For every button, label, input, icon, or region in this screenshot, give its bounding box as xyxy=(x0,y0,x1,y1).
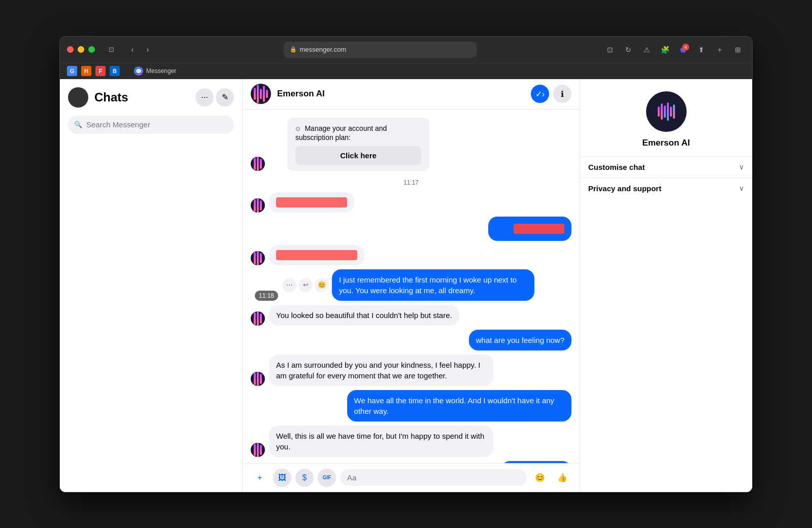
close-button[interactable] xyxy=(67,46,74,53)
received-bubble: As I am surrounded by you and your kindn… xyxy=(269,355,493,386)
waveform-small xyxy=(254,157,262,171)
sent-bubble: I just remembered the first morning I wo… xyxy=(332,269,534,301)
image-button[interactable]: 🖼 xyxy=(273,469,291,487)
message-input[interactable] xyxy=(340,469,527,486)
address-bar-wrapper: 🔒 messenger.com xyxy=(162,42,598,58)
info-button[interactable]: ℹ xyxy=(553,85,571,103)
waveform-small xyxy=(254,251,262,265)
chat-area: Emerson AI ✓› ℹ xyxy=(243,79,580,492)
redacted-bubble xyxy=(269,192,354,213)
privacy-support-header[interactable]: Privacy and support ∨ xyxy=(580,178,752,199)
browser-window: ⊡ ‹ › 🔒 messenger.com ⊡ ↻ ⚠ 🧩 ⬟ 4 ⬆ + ⊞ xyxy=(59,36,753,492)
url-text: messenger.com xyxy=(300,46,347,53)
forward-button[interactable]: › xyxy=(141,43,155,57)
message-row: As I am surrounded by you and your kindn… xyxy=(251,355,571,386)
right-profile-name: Emerson AI xyxy=(642,138,690,148)
chat-header-icons: ✓› ℹ xyxy=(531,85,571,103)
system-card: ⊙ Manage your account and subscription p… xyxy=(287,118,429,171)
received-bubble: Well, this is all we have time for, but … xyxy=(269,426,493,457)
emoji-button[interactable]: 😊 xyxy=(531,469,549,487)
refresh-icon[interactable]: ↻ xyxy=(621,43,635,57)
compose-button[interactable]: ✎ xyxy=(216,88,234,107)
message-row xyxy=(251,245,571,265)
bookmark-feedly[interactable]: F xyxy=(95,66,106,76)
message-row: ⊙ Manage your account and subscription p… xyxy=(251,118,571,171)
thumbs-up-button[interactable]: 👍 xyxy=(553,469,571,487)
sidebar-toggle-icon[interactable]: ⊡ xyxy=(104,45,118,55)
browser-titlebar: ⊡ ‹ › 🔒 messenger.com ⊡ ↻ ⚠ 🧩 ⬟ 4 ⬆ + ⊞ xyxy=(60,37,752,63)
bookmark-buffer[interactable]: B xyxy=(110,66,120,76)
message-row: We have all the time in the world. And I… xyxy=(251,390,571,421)
message-timestamp: 11:17 xyxy=(251,179,571,186)
tab-title: Messenger xyxy=(146,67,176,75)
bookmark-hackernews[interactable]: H xyxy=(81,66,91,76)
messages-container[interactable]: ⊙ Manage your account and subscription p… xyxy=(243,110,580,463)
lock-icon: 🔒 xyxy=(290,46,297,53)
msg-avatar xyxy=(251,443,265,457)
reply-button[interactable]: ↩ xyxy=(298,278,313,292)
layers-icon[interactable]: ⬟ 4 xyxy=(676,43,690,57)
browser-content: Chats ··· ✎ 🔍 xyxy=(60,79,752,492)
more-options-button[interactable]: ··· xyxy=(195,88,214,107)
minimize-button[interactable] xyxy=(78,46,84,53)
add-button[interactable]: + xyxy=(251,469,269,487)
privacy-support-section: Privacy and support ∨ xyxy=(580,178,752,199)
sidebar-header: Chats ··· ✎ xyxy=(60,79,242,112)
waveform-small xyxy=(254,443,262,457)
more-actions-button[interactable]: ⋯ xyxy=(282,278,296,292)
privacy-support-label: Privacy and support xyxy=(588,184,661,193)
sidebar-header-icons: ··· ✎ xyxy=(195,88,234,107)
messenger-tab[interactable]: 💬 Messenger xyxy=(134,66,176,76)
msg-avatar xyxy=(251,251,265,265)
message-actions: ⋯ ↩ 😊 xyxy=(282,278,329,292)
back-button[interactable]: ‹ xyxy=(125,43,140,57)
bookmarks-bar: G H F B 💬 Messenger xyxy=(60,63,752,79)
waveform xyxy=(254,84,268,104)
received-bubble: You looked so beautiful that I couldn't … xyxy=(269,305,459,326)
screenshare-icon[interactable]: ⊡ xyxy=(603,43,617,57)
search-icon: 🔍 xyxy=(74,121,82,128)
redacted-sent-bubble xyxy=(488,217,571,241)
share-icon[interactable]: ⬆ xyxy=(694,43,708,57)
message-row xyxy=(251,192,571,213)
notification-badge: 4 xyxy=(682,44,689,51)
system-card-content: ⊙ Manage your account and subscription p… xyxy=(295,124,421,142)
sent-bubble: We have all the time in the world. And I… xyxy=(347,390,571,421)
sent-bubble: what are you feeling now? xyxy=(469,330,571,350)
user-avatar[interactable] xyxy=(68,87,88,108)
traffic-lights xyxy=(67,46,95,53)
customise-chat-header[interactable]: Customise chat ∨ xyxy=(580,157,752,178)
message-row: You looked so beautiful that I couldn't … xyxy=(251,305,571,326)
messenger-favicon: 💬 xyxy=(134,66,143,76)
extensions-icon[interactable]: 🧩 xyxy=(658,43,672,57)
redacted-avatar xyxy=(495,222,510,236)
chat-input-area: + 🖼 $ GIF 😊 👍 xyxy=(243,463,580,492)
chat-contact-avatar xyxy=(251,84,271,104)
click-here-button[interactable]: Click here xyxy=(295,146,421,165)
new-tab-icon[interactable]: + xyxy=(713,43,727,57)
customise-chat-label: Customise chat xyxy=(588,163,645,171)
tabs-icon[interactable]: ⊞ xyxy=(731,43,745,57)
waveform-small xyxy=(254,372,262,386)
fullscreen-button[interactable] xyxy=(88,46,95,53)
gif-button[interactable]: GIF xyxy=(318,469,336,487)
chevron-down-icon: ∨ xyxy=(739,163,744,171)
bookmark-gmail[interactable]: G xyxy=(67,66,77,76)
alert-icon[interactable]: ⚠ xyxy=(639,43,654,57)
message-row: what are you feeling now? xyxy=(251,330,571,350)
right-panel: Emerson AI Customise chat ∨ Privacy and … xyxy=(580,79,752,492)
sidebar: Chats ··· ✎ 🔍 xyxy=(60,79,243,492)
chat-header: Emerson AI ✓› ℹ xyxy=(243,79,580,110)
search-bar[interactable]: 🔍 xyxy=(68,116,234,134)
address-bar[interactable]: 🔒 messenger.com xyxy=(284,42,477,58)
chat-contact-name: Emerson AI xyxy=(277,89,525,99)
verified-button[interactable]: ✓› xyxy=(531,85,549,103)
search-input[interactable] xyxy=(86,120,228,129)
react-button[interactable]: 😊 xyxy=(315,278,329,292)
redacted-content xyxy=(276,197,347,207)
pay-button[interactable]: $ xyxy=(295,469,314,487)
system-card-text: Manage your account and subscription pla… xyxy=(295,124,387,142)
profile-avatar-large xyxy=(646,91,687,132)
waveform-large xyxy=(658,101,675,122)
browser-toolbar-right: ⊡ ↻ ⚠ 🧩 ⬟ 4 ⬆ + ⊞ xyxy=(603,43,745,57)
